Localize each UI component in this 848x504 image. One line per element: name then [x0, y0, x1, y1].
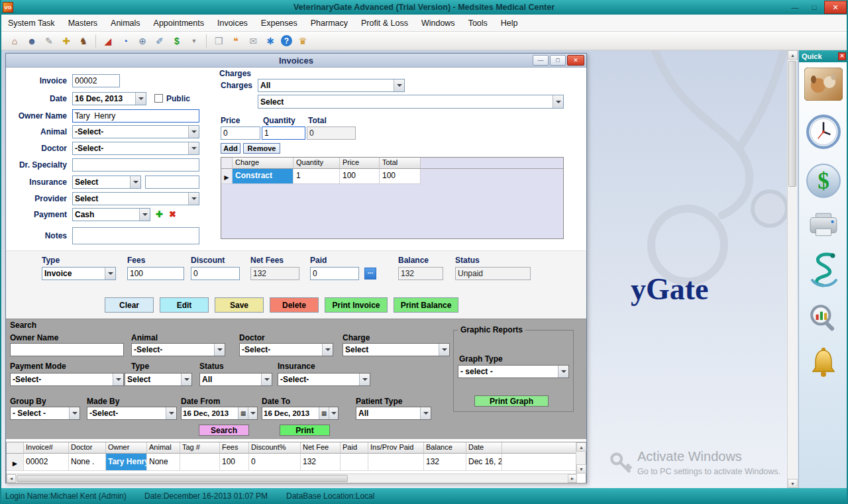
cell-fees[interactable]: 100: [220, 454, 249, 471]
col-quantity[interactable]: Quantity: [293, 158, 340, 169]
print-invoice-button[interactable]: Print Invoice: [325, 297, 388, 313]
printer-icon[interactable]: ❒: [212, 34, 225, 48]
charges-grid-row[interactable]: ► Constract 1 100 100: [221, 169, 563, 184]
cell-doctor[interactable]: None .: [69, 454, 106, 471]
child-maximize-button[interactable]: □: [550, 55, 566, 66]
search-print-button[interactable]: Print: [280, 425, 330, 436]
scroll-right-icon[interactable]: ►: [568, 474, 577, 483]
grid-vertical-scrollbar[interactable]: ▲ ▼: [576, 442, 586, 474]
cell-quantity[interactable]: 1: [293, 169, 340, 184]
dr-specialty-field[interactable]: [72, 158, 199, 172]
child-close-button[interactable]: ✕: [567, 55, 584, 66]
public-checkbox[interactable]: [154, 94, 163, 103]
type-select[interactable]: Invoice: [42, 267, 116, 280]
pharmacy-snake-icon[interactable]: [808, 250, 839, 291]
search-button[interactable]: Search: [199, 425, 249, 436]
table-row[interactable]: ► 00002 None . Tary Henry None 100 0 132…: [7, 454, 586, 471]
clock-icon[interactable]: [806, 114, 841, 152]
tools-icon[interactable]: ✱: [264, 34, 277, 48]
calendar-icon[interactable]: ▦: [238, 407, 248, 419]
payment-mode-select[interactable]: -Select-: [10, 373, 124, 386]
cell-date[interactable]: Dec 16, 20: [466, 454, 502, 471]
scroll-up-icon[interactable]: ▲: [788, 50, 798, 60]
menu-appointments[interactable]: Appointments: [147, 15, 211, 32]
delete-payment-icon[interactable]: ✖: [169, 209, 176, 219]
bell-icon[interactable]: [810, 347, 837, 381]
animal-select[interactable]: -Select-: [72, 125, 199, 138]
cell-total[interactable]: 100: [380, 169, 421, 184]
menu-profit-loss[interactable]: Profit & Loss: [354, 15, 415, 32]
price-field[interactable]: [221, 126, 260, 140]
made-by-select[interactable]: -Select-: [87, 407, 177, 420]
scrollbar-thumb[interactable]: [17, 475, 348, 482]
search-animal-select[interactable]: -Select-: [131, 343, 225, 356]
grid-horizontal-scrollbar[interactable]: ◄ ►: [7, 474, 577, 483]
medical-cross-icon[interactable]: ✚: [60, 34, 73, 48]
add-charge-button[interactable]: Add: [221, 143, 240, 154]
menu-help[interactable]: Help: [494, 15, 525, 32]
edit-icon[interactable]: ✎: [42, 34, 56, 48]
scroll-down-icon[interactable]: ▼: [788, 479, 798, 488]
cell-owner[interactable]: Tary Henry: [106, 454, 147, 471]
child-minimize-button[interactable]: —: [533, 55, 549, 66]
user-icon[interactable]: ♛: [296, 34, 309, 48]
date-from-picker[interactable]: 16 Dec, 2013 ▦: [181, 407, 258, 420]
invoice-number-field[interactable]: [72, 74, 120, 87]
cell-insprov[interactable]: [368, 454, 424, 471]
col-date[interactable]: Date: [466, 442, 502, 454]
owner-name-field[interactable]: [72, 109, 199, 123]
print-balance-button[interactable]: Print Balance: [394, 297, 458, 313]
fees-field[interactable]: [127, 267, 184, 280]
money-icon[interactable]: $: [170, 34, 184, 48]
menu-animals[interactable]: Animals: [104, 15, 146, 32]
patient-type-select[interactable]: All: [356, 407, 431, 420]
owners-icon[interactable]: ☻: [25, 34, 38, 48]
chat-icon[interactable]: ❝: [229, 34, 242, 48]
scroll-up-icon[interactable]: ▲: [576, 442, 586, 452]
paid-field[interactable]: [310, 267, 359, 280]
status-field[interactable]: [455, 267, 531, 280]
col-discount[interactable]: Discount%: [249, 442, 301, 454]
menu-invoices[interactable]: Invoices: [211, 15, 254, 32]
charge-item-select[interactable]: Select: [258, 95, 564, 109]
scrollbar-thumb[interactable]: [788, 61, 796, 187]
menu-expenses[interactable]: Expenses: [254, 15, 304, 32]
charge-category-select[interactable]: All: [258, 79, 405, 92]
scroll-down-icon[interactable]: ▼: [576, 464, 586, 474]
cell-paid[interactable]: [341, 454, 368, 471]
help-icon[interactable]: ?: [281, 35, 292, 46]
graph-type-select[interactable]: - select -: [458, 365, 569, 378]
printer-icon[interactable]: [809, 212, 838, 239]
cell-discount[interactable]: 0: [249, 454, 301, 471]
menu-masters[interactable]: Masters: [62, 15, 104, 32]
chart-icon[interactable]: ◢: [101, 34, 115, 48]
home-icon[interactable]: ⌂: [8, 34, 21, 48]
search-doctor-select[interactable]: -Select-: [239, 343, 333, 356]
notes-field[interactable]: [72, 227, 199, 244]
balance-field[interactable]: [398, 267, 443, 280]
col-animal[interactable]: Animal: [147, 442, 180, 454]
cell-balance[interactable]: 132: [424, 454, 466, 471]
net-fees-field[interactable]: [250, 267, 299, 280]
filter-icon[interactable]: ▼: [187, 34, 201, 48]
calendar-icon[interactable]: ▦: [319, 407, 329, 419]
search-type-select[interactable]: Select: [125, 373, 192, 386]
col-invoice[interactable]: Invoice#: [24, 442, 69, 454]
cell-invoice[interactable]: 00002: [24, 454, 69, 471]
close-button[interactable]: ✕: [824, 1, 847, 14]
col-netfee[interactable]: Net Fee: [301, 442, 341, 454]
col-tag[interactable]: Tag #: [180, 442, 220, 454]
doctor-select[interactable]: -Select-: [72, 142, 199, 155]
pets-photo[interactable]: [804, 68, 843, 103]
col-fees[interactable]: Fees: [220, 442, 249, 454]
cell-animal[interactable]: None: [147, 454, 180, 471]
delete-button[interactable]: Delete: [270, 297, 319, 313]
quantity-field[interactable]: [262, 126, 305, 140]
maximize-button[interactable]: □: [805, 1, 823, 14]
scroll-left-icon[interactable]: ◄: [7, 474, 16, 483]
discount-field[interactable]: [191, 267, 240, 280]
search-owner-field[interactable]: [10, 343, 124, 356]
animals-icon[interactable]: ♞: [77, 34, 90, 48]
menu-pharmacy[interactable]: Pharmacy: [304, 15, 354, 32]
col-charge[interactable]: Charge: [233, 158, 293, 169]
